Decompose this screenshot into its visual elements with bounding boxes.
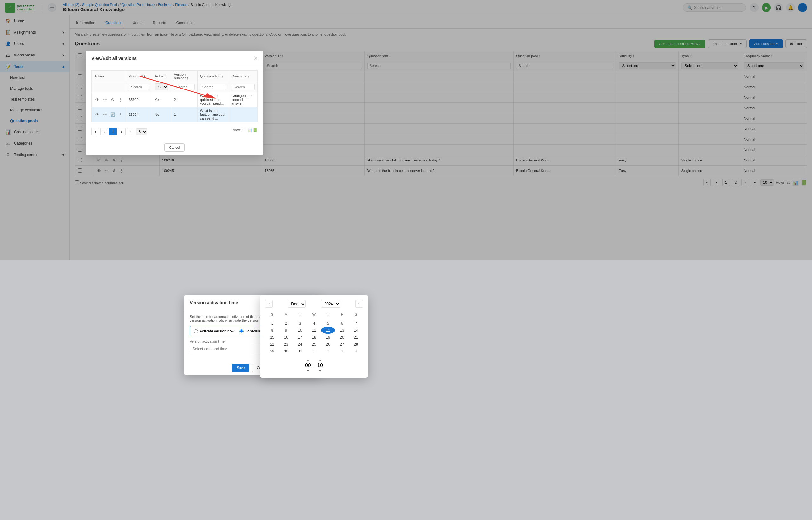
versions-modal: View/Edit all versions ✕ Action Version … xyxy=(86,51,263,155)
cal-day[interactable]: 24 xyxy=(293,341,307,348)
minutes-stepper: ▲ 10 ▼ xyxy=(317,359,323,372)
cal-day[interactable]: 17 xyxy=(293,334,307,341)
version-row: 👁 ✏ 🔄 ⋮ 13094 No 1 What is the fastest t… xyxy=(92,107,258,122)
bottom-half: Version activation time ✕ Set the time f… xyxy=(0,260,812,520)
modal-last-page[interactable]: » xyxy=(127,128,134,135)
radio-activate-now[interactable]: Activate version now xyxy=(194,329,235,334)
save-activation-button[interactable]: Save xyxy=(232,364,249,372)
modal-page-1[interactable]: 1 xyxy=(109,128,117,135)
cal-day[interactable]: 14 xyxy=(349,327,363,334)
cal-day[interactable]: 19 xyxy=(321,334,335,341)
versions-modal-overlay: View/Edit all versions ✕ Action Version … xyxy=(0,0,812,260)
cal-day[interactable]: 26 xyxy=(321,341,335,348)
cal-day[interactable]: 5 xyxy=(321,320,335,327)
calendar-prev[interactable]: ‹ xyxy=(265,300,273,308)
cal-day[interactable] xyxy=(265,317,279,320)
cal-day-today[interactable]: 12 xyxy=(321,327,335,334)
modal-export-xls[interactable]: 📊 xyxy=(248,128,252,132)
cal-day[interactable]: 16 xyxy=(279,334,293,341)
cal-day[interactable] xyxy=(335,317,349,320)
view-version-icon[interactable]: 👁 xyxy=(94,111,101,118)
modal-footer: Cancel xyxy=(86,140,263,155)
modal-title: View/Edit all versions xyxy=(91,56,137,61)
modal-rows-per-page[interactable]: 8 xyxy=(136,129,147,135)
cal-day other-month[interactable]: 3 xyxy=(335,348,349,355)
versions-table: Action Version ID ↕ Active ↕ Version num… xyxy=(91,71,258,122)
cal-day other-month[interactable]: 1 xyxy=(307,348,321,355)
cal-day[interactable] xyxy=(307,317,321,320)
cal-day[interactable]: 9 xyxy=(279,327,293,334)
cal-day[interactable] xyxy=(349,317,363,320)
cal-day[interactable]: 20 xyxy=(335,334,349,341)
cal-day other-month[interactable]: 2 xyxy=(321,348,335,355)
calendar-picker: ‹ Dec JanFebMar AprMayJun JulAugSep OctN… xyxy=(260,295,368,378)
more-version-icon[interactable]: ⋮ xyxy=(117,111,124,118)
modal-header: View/Edit all versions ✕ xyxy=(86,51,263,66)
cal-day[interactable]: 15 xyxy=(265,334,279,341)
cal-day[interactable]: 30 xyxy=(279,348,293,355)
minutes-value: 10 xyxy=(317,363,323,368)
hours-stepper: ▲ 00 ▼ xyxy=(305,359,311,372)
cal-day[interactable]: 22 xyxy=(265,341,279,348)
version-row: 👁 ✏ ⊙ ⋮ 65600 Yes 2 What is the quickest… xyxy=(92,92,258,107)
cal-day[interactable]: 7 xyxy=(349,320,363,327)
cal-day[interactable] xyxy=(321,317,335,320)
cal-day[interactable]: 29 xyxy=(265,348,279,355)
cal-day other-month[interactable]: 4 xyxy=(349,348,363,355)
modal-body: Action Version ID ↕ Active ↕ Version num… xyxy=(86,66,263,140)
search-comment[interactable] xyxy=(232,84,255,90)
cal-day[interactable]: 27 xyxy=(335,341,349,348)
filter-active[interactable]: Select one xyxy=(155,83,169,90)
edit-version-icon[interactable]: ✏ xyxy=(102,97,108,103)
cal-day[interactable]: 31 xyxy=(293,348,307,355)
cal-day[interactable]: 21 xyxy=(349,334,363,341)
cal-day[interactable] xyxy=(279,317,293,320)
modal-first-page[interactable]: « xyxy=(91,128,99,135)
minutes-down[interactable]: ▼ xyxy=(319,369,322,372)
cancel-button[interactable]: Cancel xyxy=(164,144,185,152)
cal-day[interactable]: 18 xyxy=(307,334,321,341)
hours-value: 00 xyxy=(305,363,311,368)
modal-next-page[interactable]: › xyxy=(118,128,126,135)
search-q-text[interactable] xyxy=(200,84,226,90)
version-actions: 👁 ✏ ⊙ ⋮ xyxy=(94,97,124,103)
hours-down[interactable]: ▼ xyxy=(306,369,309,372)
cal-day[interactable]: 11 xyxy=(307,327,321,334)
cal-day[interactable]: 25 xyxy=(307,341,321,348)
cal-day[interactable]: 2 xyxy=(279,320,293,327)
calendar-header: ‹ Dec JanFebMar AprMayJun JulAugSep OctN… xyxy=(265,300,363,308)
minutes-up[interactable]: ▲ xyxy=(319,359,322,362)
calendar-grid: S M T W T F S xyxy=(265,312,363,355)
view-version-icon[interactable]: 👁 xyxy=(94,97,101,103)
search-version-id-modal[interactable] xyxy=(129,84,150,90)
search-version-num[interactable] xyxy=(174,84,194,90)
more-version-icon[interactable]: ⋮ xyxy=(117,97,124,103)
cal-day[interactable]: 23 xyxy=(279,341,293,348)
year-select[interactable]: 202420252023 xyxy=(321,300,340,308)
cal-day[interactable]: 13 xyxy=(335,327,349,334)
cal-day[interactable] xyxy=(293,317,307,320)
cal-day[interactable]: 8 xyxy=(265,327,279,334)
cal-day[interactable]: 4 xyxy=(307,320,321,327)
modal-export-csv[interactable]: 📗 xyxy=(253,128,258,132)
version-actions: 👁 ✏ 🔄 ⋮ xyxy=(94,111,124,118)
modal-close-button[interactable]: ✕ xyxy=(253,55,258,61)
cal-day[interactable]: 6 xyxy=(335,320,349,327)
month-select[interactable]: Dec JanFebMar AprMayJun JulAugSep OctNov xyxy=(288,300,306,308)
cal-day[interactable]: 1 xyxy=(265,320,279,327)
bottom-bg-overlay xyxy=(0,260,812,520)
activate-version-icon[interactable]: 🔄 xyxy=(109,111,116,118)
cal-day[interactable]: 3 xyxy=(293,320,307,327)
modal-page-controls: « ‹ 1 › » 8 xyxy=(91,128,147,135)
modal-prev-page[interactable]: ‹ xyxy=(100,128,108,135)
version-modal-title: Version activation time xyxy=(190,300,238,305)
time-picker: ▲ 00 ▼ : ▲ 10 ▼ xyxy=(265,359,363,372)
activate-version-icon[interactable]: ⊙ xyxy=(109,97,116,103)
modal-rows-count: Rows: 2 📊 📗 xyxy=(232,128,258,132)
hours-up[interactable]: ▲ xyxy=(306,359,309,362)
cal-day[interactable]: 28 xyxy=(349,341,363,348)
cal-day[interactable]: 10 xyxy=(293,327,307,334)
modal-pagination: « ‹ 1 › » 8 Rows: 2 📊 📗 xyxy=(91,125,258,135)
edit-version-icon[interactable]: ✏ xyxy=(102,111,108,118)
calendar-next[interactable]: › xyxy=(355,300,363,308)
